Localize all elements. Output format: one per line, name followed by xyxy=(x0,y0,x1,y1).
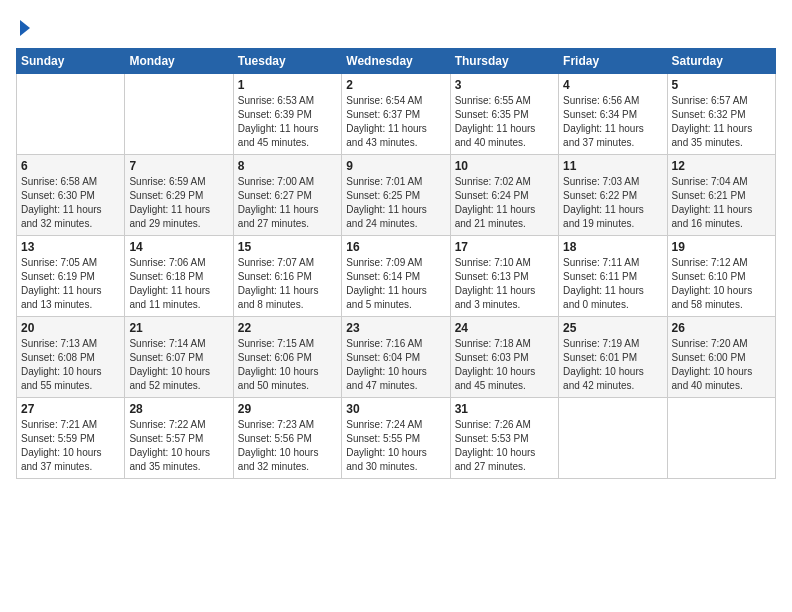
day-info: Sunrise: 7:10 AM Sunset: 6:13 PM Dayligh… xyxy=(455,256,554,312)
calendar-day-cell: 26Sunrise: 7:20 AM Sunset: 6:00 PM Dayli… xyxy=(667,317,775,398)
day-number: 10 xyxy=(455,159,554,173)
calendar-day-cell: 6Sunrise: 6:58 AM Sunset: 6:30 PM Daylig… xyxy=(17,155,125,236)
logo xyxy=(16,16,30,36)
calendar-week-row: 6Sunrise: 6:58 AM Sunset: 6:30 PM Daylig… xyxy=(17,155,776,236)
calendar-day-cell: 25Sunrise: 7:19 AM Sunset: 6:01 PM Dayli… xyxy=(559,317,667,398)
day-number: 31 xyxy=(455,402,554,416)
day-info: Sunrise: 7:20 AM Sunset: 6:00 PM Dayligh… xyxy=(672,337,771,393)
calendar-day-cell: 9Sunrise: 7:01 AM Sunset: 6:25 PM Daylig… xyxy=(342,155,450,236)
calendar-day-cell: 8Sunrise: 7:00 AM Sunset: 6:27 PM Daylig… xyxy=(233,155,341,236)
calendar-day-cell: 1Sunrise: 6:53 AM Sunset: 6:39 PM Daylig… xyxy=(233,74,341,155)
calendar-day-cell: 15Sunrise: 7:07 AM Sunset: 6:16 PM Dayli… xyxy=(233,236,341,317)
day-number: 5 xyxy=(672,78,771,92)
day-number: 6 xyxy=(21,159,120,173)
logo-arrow-icon xyxy=(20,20,30,36)
calendar-day-cell: 11Sunrise: 7:03 AM Sunset: 6:22 PM Dayli… xyxy=(559,155,667,236)
day-info: Sunrise: 7:07 AM Sunset: 6:16 PM Dayligh… xyxy=(238,256,337,312)
calendar-day-header: Friday xyxy=(559,49,667,74)
page-header xyxy=(16,16,776,36)
calendar-week-row: 27Sunrise: 7:21 AM Sunset: 5:59 PM Dayli… xyxy=(17,398,776,479)
calendar-day-cell: 30Sunrise: 7:24 AM Sunset: 5:55 PM Dayli… xyxy=(342,398,450,479)
calendar-day-cell: 28Sunrise: 7:22 AM Sunset: 5:57 PM Dayli… xyxy=(125,398,233,479)
day-info: Sunrise: 7:24 AM Sunset: 5:55 PM Dayligh… xyxy=(346,418,445,474)
calendar-day-cell: 27Sunrise: 7:21 AM Sunset: 5:59 PM Dayli… xyxy=(17,398,125,479)
day-info: Sunrise: 6:59 AM Sunset: 6:29 PM Dayligh… xyxy=(129,175,228,231)
calendar-day-cell: 17Sunrise: 7:10 AM Sunset: 6:13 PM Dayli… xyxy=(450,236,558,317)
day-number: 14 xyxy=(129,240,228,254)
calendar-day-cell: 4Sunrise: 6:56 AM Sunset: 6:34 PM Daylig… xyxy=(559,74,667,155)
day-info: Sunrise: 6:53 AM Sunset: 6:39 PM Dayligh… xyxy=(238,94,337,150)
day-info: Sunrise: 7:16 AM Sunset: 6:04 PM Dayligh… xyxy=(346,337,445,393)
calendar-day-cell: 3Sunrise: 6:55 AM Sunset: 6:35 PM Daylig… xyxy=(450,74,558,155)
day-number: 22 xyxy=(238,321,337,335)
logo-wrapper xyxy=(16,16,30,36)
day-number: 20 xyxy=(21,321,120,335)
calendar-day-header: Saturday xyxy=(667,49,775,74)
day-number: 8 xyxy=(238,159,337,173)
day-info: Sunrise: 6:55 AM Sunset: 6:35 PM Dayligh… xyxy=(455,94,554,150)
calendar-day-cell: 10Sunrise: 7:02 AM Sunset: 6:24 PM Dayli… xyxy=(450,155,558,236)
calendar-day-cell: 23Sunrise: 7:16 AM Sunset: 6:04 PM Dayli… xyxy=(342,317,450,398)
day-number: 9 xyxy=(346,159,445,173)
day-info: Sunrise: 7:13 AM Sunset: 6:08 PM Dayligh… xyxy=(21,337,120,393)
day-info: Sunrise: 6:57 AM Sunset: 6:32 PM Dayligh… xyxy=(672,94,771,150)
day-number: 23 xyxy=(346,321,445,335)
calendar-day-cell: 21Sunrise: 7:14 AM Sunset: 6:07 PM Dayli… xyxy=(125,317,233,398)
day-number: 26 xyxy=(672,321,771,335)
calendar-day-cell: 5Sunrise: 6:57 AM Sunset: 6:32 PM Daylig… xyxy=(667,74,775,155)
calendar-day-cell: 13Sunrise: 7:05 AM Sunset: 6:19 PM Dayli… xyxy=(17,236,125,317)
day-number: 21 xyxy=(129,321,228,335)
calendar-day-header: Monday xyxy=(125,49,233,74)
calendar-day-cell: 12Sunrise: 7:04 AM Sunset: 6:21 PM Dayli… xyxy=(667,155,775,236)
day-info: Sunrise: 7:11 AM Sunset: 6:11 PM Dayligh… xyxy=(563,256,662,312)
day-number: 29 xyxy=(238,402,337,416)
day-info: Sunrise: 7:19 AM Sunset: 6:01 PM Dayligh… xyxy=(563,337,662,393)
day-number: 27 xyxy=(21,402,120,416)
day-info: Sunrise: 7:03 AM Sunset: 6:22 PM Dayligh… xyxy=(563,175,662,231)
day-info: Sunrise: 7:23 AM Sunset: 5:56 PM Dayligh… xyxy=(238,418,337,474)
calendar-day-cell: 16Sunrise: 7:09 AM Sunset: 6:14 PM Dayli… xyxy=(342,236,450,317)
day-info: Sunrise: 6:54 AM Sunset: 6:37 PM Dayligh… xyxy=(346,94,445,150)
calendar-day-header: Sunday xyxy=(17,49,125,74)
calendar-day-cell: 7Sunrise: 6:59 AM Sunset: 6:29 PM Daylig… xyxy=(125,155,233,236)
day-info: Sunrise: 7:06 AM Sunset: 6:18 PM Dayligh… xyxy=(129,256,228,312)
calendar-day-cell: 24Sunrise: 7:18 AM Sunset: 6:03 PM Dayli… xyxy=(450,317,558,398)
calendar-week-row: 13Sunrise: 7:05 AM Sunset: 6:19 PM Dayli… xyxy=(17,236,776,317)
day-info: Sunrise: 7:14 AM Sunset: 6:07 PM Dayligh… xyxy=(129,337,228,393)
day-number: 3 xyxy=(455,78,554,92)
calendar-day-cell: 20Sunrise: 7:13 AM Sunset: 6:08 PM Dayli… xyxy=(17,317,125,398)
calendar-day-cell xyxy=(17,74,125,155)
calendar-week-row: 20Sunrise: 7:13 AM Sunset: 6:08 PM Dayli… xyxy=(17,317,776,398)
day-info: Sunrise: 6:58 AM Sunset: 6:30 PM Dayligh… xyxy=(21,175,120,231)
day-info: Sunrise: 7:00 AM Sunset: 6:27 PM Dayligh… xyxy=(238,175,337,231)
calendar-day-cell xyxy=(125,74,233,155)
day-info: Sunrise: 7:22 AM Sunset: 5:57 PM Dayligh… xyxy=(129,418,228,474)
day-info: Sunrise: 7:18 AM Sunset: 6:03 PM Dayligh… xyxy=(455,337,554,393)
calendar-day-cell xyxy=(667,398,775,479)
calendar-table: SundayMondayTuesdayWednesdayThursdayFrid… xyxy=(16,48,776,479)
day-number: 30 xyxy=(346,402,445,416)
calendar-day-cell: 29Sunrise: 7:23 AM Sunset: 5:56 PM Dayli… xyxy=(233,398,341,479)
day-info: Sunrise: 7:26 AM Sunset: 5:53 PM Dayligh… xyxy=(455,418,554,474)
day-number: 18 xyxy=(563,240,662,254)
day-number: 15 xyxy=(238,240,337,254)
day-number: 24 xyxy=(455,321,554,335)
day-info: Sunrise: 7:09 AM Sunset: 6:14 PM Dayligh… xyxy=(346,256,445,312)
day-number: 7 xyxy=(129,159,228,173)
calendar-day-header: Wednesday xyxy=(342,49,450,74)
calendar-day-cell: 19Sunrise: 7:12 AM Sunset: 6:10 PM Dayli… xyxy=(667,236,775,317)
calendar-day-cell: 22Sunrise: 7:15 AM Sunset: 6:06 PM Dayli… xyxy=(233,317,341,398)
day-number: 16 xyxy=(346,240,445,254)
day-number: 4 xyxy=(563,78,662,92)
calendar-day-header: Thursday xyxy=(450,49,558,74)
calendar-day-cell: 31Sunrise: 7:26 AM Sunset: 5:53 PM Dayli… xyxy=(450,398,558,479)
day-info: Sunrise: 7:21 AM Sunset: 5:59 PM Dayligh… xyxy=(21,418,120,474)
day-info: Sunrise: 7:01 AM Sunset: 6:25 PM Dayligh… xyxy=(346,175,445,231)
day-info: Sunrise: 6:56 AM Sunset: 6:34 PM Dayligh… xyxy=(563,94,662,150)
day-info: Sunrise: 7:02 AM Sunset: 6:24 PM Dayligh… xyxy=(455,175,554,231)
calendar-day-cell: 2Sunrise: 6:54 AM Sunset: 6:37 PM Daylig… xyxy=(342,74,450,155)
day-number: 1 xyxy=(238,78,337,92)
day-number: 2 xyxy=(346,78,445,92)
calendar-day-cell: 14Sunrise: 7:06 AM Sunset: 6:18 PM Dayli… xyxy=(125,236,233,317)
day-number: 11 xyxy=(563,159,662,173)
